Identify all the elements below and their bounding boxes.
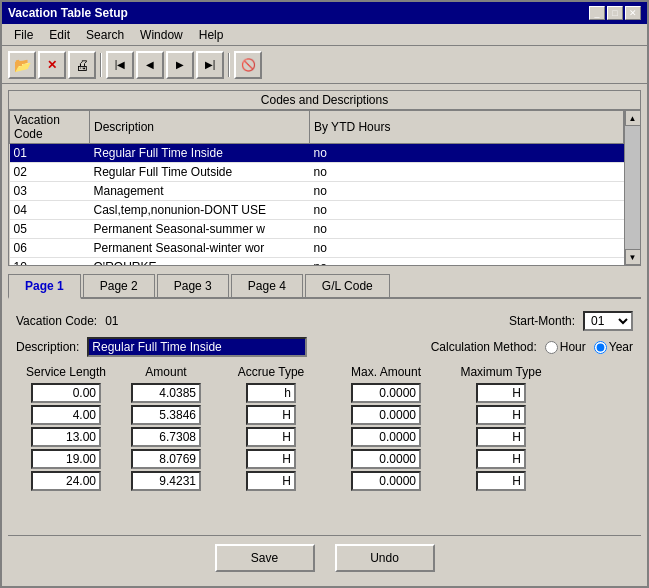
- service-input-0[interactable]: [31, 383, 101, 403]
- menu-window[interactable]: Window: [132, 26, 191, 44]
- nav-last-button[interactable]: ▶|: [196, 51, 224, 79]
- grid-cell-maxtype-2: [446, 427, 556, 447]
- stop-button[interactable]: 🚫: [234, 51, 262, 79]
- codes-panel: Codes and Descriptions Vacation Code Des…: [8, 90, 641, 266]
- window-title: Vacation Table Setup: [8, 6, 128, 20]
- accrue-input-1[interactable]: [246, 405, 296, 425]
- title-bar-buttons: _ □ ✕: [589, 6, 641, 20]
- amount-input-1[interactable]: [131, 405, 201, 425]
- col-ytd: By YTD Hours: [310, 111, 624, 144]
- menu-edit[interactable]: Edit: [41, 26, 78, 44]
- table-row[interactable]: 01 Regular Full Time Inside no: [10, 144, 624, 163]
- scroll-up-arrow[interactable]: ▲: [625, 110, 641, 126]
- grid-cell-amount-2: [116, 427, 216, 447]
- description-input[interactable]: [87, 337, 307, 357]
- toolbar-sep-2: [228, 53, 230, 77]
- calc-year-radio-group[interactable]: Year: [594, 340, 633, 354]
- maxtype-input-2[interactable]: [476, 427, 526, 447]
- table-row[interactable]: 05 Permanent Seasonal-summer w no: [10, 220, 624, 239]
- minimize-button[interactable]: _: [589, 6, 605, 20]
- calc-hour-radio[interactable]: [545, 341, 558, 354]
- folder-button[interactable]: 📂: [8, 51, 36, 79]
- table-row[interactable]: 02 Regular Full Time Outside no: [10, 163, 624, 182]
- grid-cell-maxtype-1: [446, 405, 556, 425]
- table-row[interactable]: 10 O'ROURKE no: [10, 258, 624, 266]
- bottom-buttons: Save Undo: [8, 535, 641, 580]
- nav-prev-button[interactable]: ◀: [136, 51, 164, 79]
- tab-page2[interactable]: Page 2: [83, 274, 155, 297]
- accrue-input-0[interactable]: [246, 383, 296, 403]
- maxtype-input-0[interactable]: [476, 383, 526, 403]
- maxamt-input-3[interactable]: [351, 449, 421, 469]
- maxamt-input-4[interactable]: [351, 471, 421, 491]
- grid-cell-accrue-2: [216, 427, 326, 447]
- cell-description: Casl,temp,nonunion-DONT USE: [90, 201, 310, 220]
- amount-input-2[interactable]: [131, 427, 201, 447]
- maxamt-input-0[interactable]: [351, 383, 421, 403]
- accrue-input-4[interactable]: [246, 471, 296, 491]
- tab-page1[interactable]: Page 1: [8, 274, 81, 299]
- nav-first-button[interactable]: |◀: [106, 51, 134, 79]
- table-container: Vacation Code Description By YTD Hours 0…: [9, 110, 640, 265]
- max-amount-header: Max. Amount: [326, 365, 446, 379]
- grid-rows: [16, 383, 633, 491]
- main-window: Vacation Table Setup _ □ ✕ File Edit Sea…: [0, 0, 649, 588]
- start-month-select[interactable]: 010203: [583, 311, 633, 331]
- cell-ytd: no: [310, 239, 624, 258]
- folder-icon: 📂: [14, 57, 31, 73]
- service-input-2[interactable]: [31, 427, 101, 447]
- nav-next-button[interactable]: ▶: [166, 51, 194, 79]
- menu-bar: File Edit Search Window Help: [2, 24, 647, 46]
- calc-hour-radio-group[interactable]: Hour: [545, 340, 586, 354]
- save-button[interactable]: Save: [215, 544, 315, 572]
- col-description: Description: [90, 111, 310, 144]
- maximize-button[interactable]: □: [607, 6, 623, 20]
- table-row[interactable]: 04 Casl,temp,nonunion-DONT USE no: [10, 201, 624, 220]
- maxtype-input-4[interactable]: [476, 471, 526, 491]
- menu-file[interactable]: File: [6, 26, 41, 44]
- close-button[interactable]: ✕: [625, 6, 641, 20]
- grid-row: [16, 449, 633, 469]
- cell-code: 06: [10, 239, 90, 258]
- menu-help[interactable]: Help: [191, 26, 232, 44]
- calc-year-radio[interactable]: [594, 341, 607, 354]
- amount-input-3[interactable]: [131, 449, 201, 469]
- print-button[interactable]: 🖨: [68, 51, 96, 79]
- table-row[interactable]: 03 Management no: [10, 182, 624, 201]
- scroll-down-arrow[interactable]: ▼: [625, 249, 641, 265]
- tab-page3[interactable]: Page 3: [157, 274, 229, 297]
- tab-page4[interactable]: Page 4: [231, 274, 303, 297]
- maxtype-input-3[interactable]: [476, 449, 526, 469]
- maxtype-input-1[interactable]: [476, 405, 526, 425]
- maxamt-input-2[interactable]: [351, 427, 421, 447]
- accrue-input-3[interactable]: [246, 449, 296, 469]
- table-scrollbar[interactable]: ▲ ▼: [624, 110, 640, 265]
- grid-headers: Service Length Amount Accrue Type Max. A…: [16, 365, 633, 379]
- amount-input-4[interactable]: [131, 471, 201, 491]
- cell-code: 04: [10, 201, 90, 220]
- description-label: Description:: [16, 340, 79, 354]
- maxamt-input-1[interactable]: [351, 405, 421, 425]
- calc-year-label: Year: [609, 340, 633, 354]
- service-input-3[interactable]: [31, 449, 101, 469]
- cell-ytd: no: [310, 163, 624, 182]
- accrue-input-2[interactable]: [246, 427, 296, 447]
- cell-description: O'ROURKE: [90, 258, 310, 266]
- grid-cell-amount-0: [116, 383, 216, 403]
- grid-cell-maxtype-4: [446, 471, 556, 491]
- service-input-4[interactable]: [31, 471, 101, 491]
- undo-button[interactable]: Undo: [335, 544, 435, 572]
- scroll-track[interactable]: [625, 126, 640, 249]
- grid-cell-maxamt-0: [326, 383, 446, 403]
- tab-glcode[interactable]: G/L Code: [305, 274, 390, 297]
- calc-method-label: Calculation Method:: [431, 340, 537, 354]
- table-row[interactable]: 06 Permanent Seasonal-winter wor no: [10, 239, 624, 258]
- grid-cell-service-4: [16, 471, 116, 491]
- vacation-code-value: 01: [105, 314, 118, 328]
- service-input-1[interactable]: [31, 405, 101, 425]
- delete-button[interactable]: ✕: [38, 51, 66, 79]
- cell-ytd: no: [310, 258, 624, 266]
- amount-input-0[interactable]: [131, 383, 201, 403]
- grid-row: [16, 427, 633, 447]
- menu-search[interactable]: Search: [78, 26, 132, 44]
